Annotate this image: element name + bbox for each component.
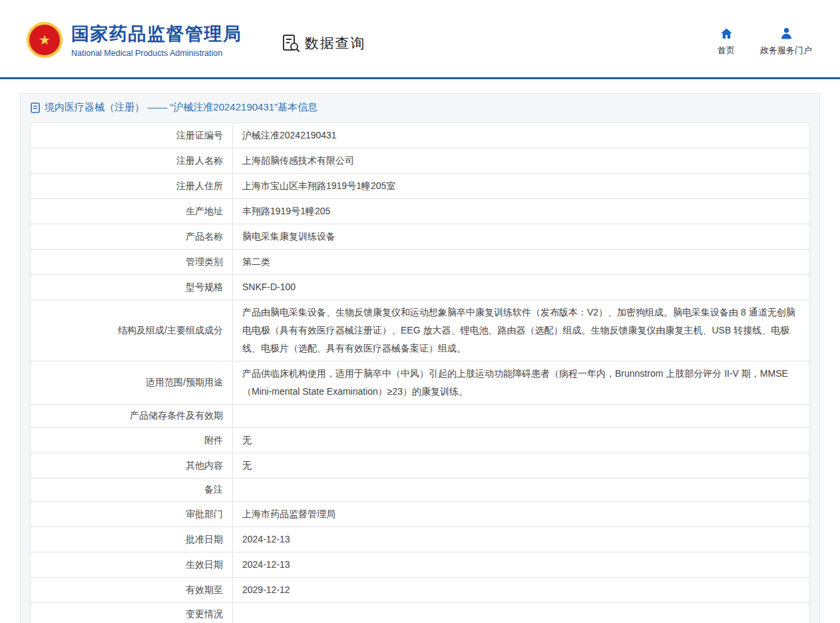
content-panel: 境内医疗器械（注册） —— “沪械注准20242190431”基本信息 注册证编… [20,93,820,623]
row-value: 丰翔路1919号1幢205 [233,199,810,224]
table-row: 备注 [31,479,810,502]
org-name-cn: 国家药品监督管理局 [71,22,242,46]
row-value [233,603,810,623]
nav-home[interactable]: 首页 [718,27,735,57]
row-label: 注册人住所 [31,174,233,199]
row-value: 产品供临床机构使用，适用于脑卒中（中风）引起的上肢运动功能障碍患者（病程一年内，… [233,361,810,405]
row-value: 2024-12-13 [233,552,810,578]
row-label: 产品名称 [31,224,233,250]
table-row: 管理类别第二类 [31,250,810,275]
table-row: 审批部门上海市药品监督管理局 [31,502,810,527]
org-names: 国家药品监督管理局 National Medical Products Admi… [71,22,242,58]
row-value: 无 [233,428,810,453]
table-row: 有效期至2029-12-12 [31,578,810,603]
row-label: 附件 [31,428,233,453]
nav-portal-label: 政务服务门户 [760,45,812,57]
row-value [233,405,810,428]
row-label: 备注 [31,479,233,502]
row-value: 无 [233,453,810,479]
row-value: 上海韶脑传感技术有限公司 [233,148,810,174]
site-header: ★ 国家药品监督管理局 National Medical Products Ad… [0,0,840,77]
row-label: 注册人名称 [31,148,233,174]
row-value [233,479,810,502]
nav-home-label: 首页 [718,45,735,57]
table-row: 注册人住所上海市宝山区丰翔路1919号1幢205室 [31,174,810,199]
table-row: 注册人名称上海韶脑传感技术有限公司 [31,148,810,174]
table-row: 适用范围/预期用途产品供临床机构使用，适用于脑卒中（中风）引起的上肢运动功能障碍… [31,361,810,405]
row-value: 沪械注准20242190431 [233,123,810,148]
data-query-title: 数据查询 [281,33,366,53]
row-label: 变更情况 [31,603,233,623]
row-label: 注册证编号 [31,123,233,148]
table-row: 变更情况 [31,603,810,623]
row-label: 批准日期 [31,527,233,552]
row-label: 其他内容 [31,453,233,479]
nav-portal[interactable]: 政务服务门户 [760,27,812,57]
row-value: 上海市宝山区丰翔路1919号1幢205室 [233,174,810,199]
row-value: 产品由脑电采集设备、生物反馈康复仪和运动想象脑卒中康复训练软件（发布版本：V2）… [233,300,810,361]
row-value: 2029-12-12 [233,578,810,603]
data-query-icon [281,33,301,53]
row-label: 生效日期 [31,552,233,578]
row-label: 产品储存条件及有效期 [31,405,233,428]
table-row: 产品储存条件及有效期 [31,405,810,428]
table-row: 结构及组成/主要组成成分产品由脑电采集设备、生物反馈康复仪和运动想象脑卒中康复训… [31,300,810,361]
row-label: 适用范围/预期用途 [31,361,233,405]
row-label: 结构及组成/主要组成成分 [31,300,233,361]
data-query-label: 数据查询 [305,34,366,53]
row-value: 2024-12-13 [233,527,810,552]
row-value: SNKF-D-100 [233,275,810,300]
header-divider [0,77,840,79]
national-emblem-icon: ★ [27,22,63,58]
home-icon [720,27,734,41]
row-value: 上海市药品监督管理局 [233,502,810,527]
row-label: 审批部门 [31,502,233,527]
row-label: 管理类别 [31,250,233,275]
document-icon [31,103,40,113]
table-row: 附件无 [31,428,810,453]
table-row: 产品名称脑电采集康复训练设备 [31,224,810,250]
header-nav: 首页 政务服务门户 [718,27,812,57]
header-branding: ★ 国家药品监督管理局 National Medical Products Ad… [27,22,366,58]
table-row: 批准日期2024-12-13 [31,527,810,552]
row-label: 有效期至 [31,578,233,603]
info-table: 注册证编号沪械注准20242190431注册人名称上海韶脑传感技术有限公司注册人… [30,122,810,623]
table-row: 生产地址丰翔路1919号1幢205 [31,199,810,224]
page-title: 境内医疗器械（注册） —— “沪械注准20242190431”基本信息 [21,94,819,120]
table-row: 其他内容无 [31,453,810,479]
user-icon [779,27,793,41]
table-row: 注册证编号沪械注准20242190431 [31,123,810,148]
table-row: 生效日期2024-12-13 [31,552,810,578]
row-value: 第二类 [233,250,810,275]
row-value: 脑电采集康复训练设备 [233,224,810,250]
org-name-en: National Medical Products Administration [71,49,242,58]
table-row: 型号规格SNKF-D-100 [31,275,810,300]
row-label: 生产地址 [31,199,233,224]
row-label: 型号规格 [31,275,233,300]
page-title-text: 境内医疗器械（注册） —— “沪械注准20242190431”基本信息 [45,101,317,114]
